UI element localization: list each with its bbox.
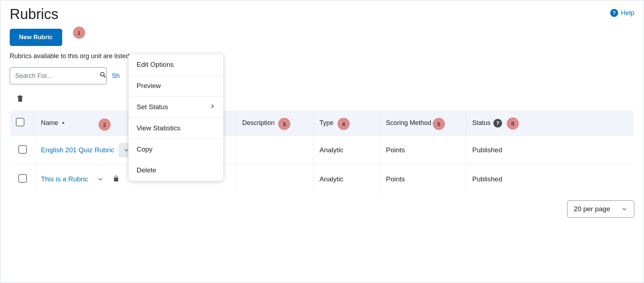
row-actions-dropdown-button[interactable]: [92, 172, 108, 186]
rubric-name-link[interactable]: This is a Rubric: [41, 175, 88, 183]
cell-scoring: Points: [380, 136, 466, 165]
column-scoring-method: Scoring Method 5: [380, 111, 466, 136]
cell-scoring: Points: [380, 165, 466, 194]
menu-edit-options[interactable]: Edit Options: [129, 54, 223, 75]
help-link[interactable]: ? Help: [610, 9, 634, 17]
rubric-actions-dropdown: Edit Options Preview Set Status View Sta…: [128, 54, 224, 181]
annotation-3: 3: [278, 118, 290, 130]
sort-asc-icon: [61, 119, 65, 127]
column-status: Status ? 6: [466, 111, 634, 136]
cell-type: Analytic: [314, 165, 380, 194]
menu-copy[interactable]: Copy: [129, 139, 223, 160]
rubrics-table: Name 2 Description 3 Type 4: [10, 110, 634, 194]
new-rubric-button[interactable]: New Rubric: [10, 29, 62, 46]
search-input-wrapper[interactable]: [10, 67, 107, 84]
annotation-6: 6: [507, 117, 519, 130]
cell-type: Analytic: [314, 136, 380, 165]
table-row: English 201 Quiz Rubric Analytic Points …: [10, 136, 634, 165]
annotation-1: 1: [73, 27, 85, 39]
cell-status: Published: [466, 165, 634, 194]
rubric-name-link[interactable]: English 201 Quiz Rubric: [41, 146, 114, 154]
annotation-2: 2: [98, 119, 111, 131]
help-icon: ?: [610, 9, 618, 17]
cell-description: [236, 165, 314, 194]
cell-status: Published: [466, 136, 634, 165]
org-unit-description: Rubrics available to this org unit are l…: [10, 52, 634, 60]
column-description: Description 3: [236, 111, 314, 136]
search-icon[interactable]: [99, 71, 107, 80]
menu-delete[interactable]: Delete: [129, 160, 223, 181]
annotation-5: 5: [433, 118, 445, 130]
menu-preview[interactable]: Preview: [129, 75, 223, 96]
chevron-right-icon: [210, 103, 215, 111]
table-row: This is a Rubric Analytic Points Publish…: [10, 165, 634, 194]
column-type: Type 4: [314, 111, 380, 136]
rubrics-page: Rubrics ? Help New Rubric 1 Edit Options…: [0, 0, 644, 225]
lock-icon: [112, 174, 120, 185]
search-input[interactable]: [14, 72, 99, 80]
chevron-down-icon: [621, 206, 627, 212]
row-checkbox[interactable]: [18, 174, 27, 183]
column-select-all: [10, 111, 35, 136]
menu-view-statistics[interactable]: View Statistics: [129, 117, 223, 139]
chevron-down-icon: [97, 176, 104, 182]
show-search-options-partial[interactable]: Sh: [112, 72, 120, 80]
cell-description: [236, 136, 314, 165]
row-checkbox[interactable]: [18, 145, 27, 154]
delete-icon[interactable]: [16, 98, 24, 104]
menu-set-status[interactable]: Set Status: [129, 96, 223, 117]
page-size-select[interactable]: 20 per page: [567, 200, 634, 218]
help-label: Help: [621, 9, 634, 17]
annotation-4: 4: [337, 118, 350, 130]
status-help-icon[interactable]: ?: [493, 119, 502, 127]
select-all-checkbox[interactable]: [16, 118, 24, 126]
page-title: Rubrics: [10, 6, 59, 22]
